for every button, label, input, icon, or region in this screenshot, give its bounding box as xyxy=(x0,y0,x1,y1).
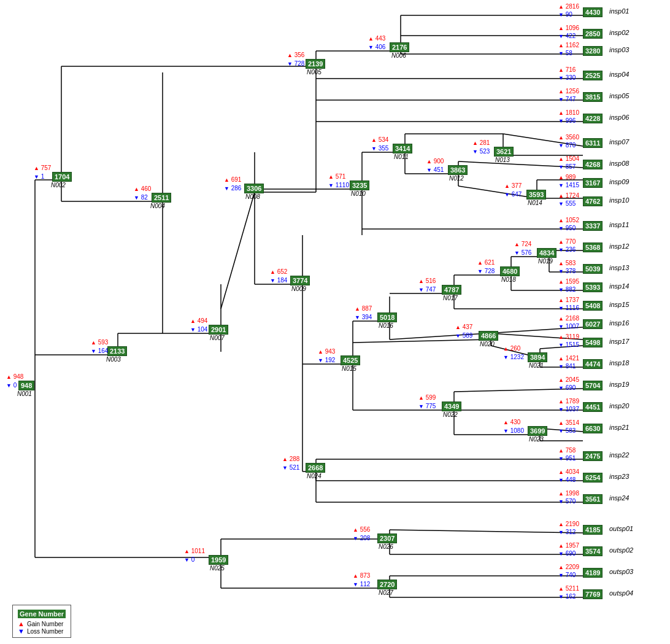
gain-insp11: ▲ 1052 xyxy=(558,217,579,223)
gain-N005: ▲ 356 xyxy=(287,52,304,58)
node-N022: 4349 xyxy=(442,402,461,411)
label-N009: N009 xyxy=(291,285,306,292)
gain-insp23: ▲ 4034 xyxy=(558,468,579,475)
node-N011: 3414 xyxy=(393,144,412,153)
gain-insp10: ▲ 1724 xyxy=(558,192,579,199)
node-N019: 4834 xyxy=(537,248,556,258)
gain-outsp03: ▲ 2209 xyxy=(558,564,579,570)
leaf-outsp02-box: 3574 xyxy=(583,546,603,556)
gain-N023: ▲ 430 xyxy=(503,419,520,425)
gain-N001: ▲ 948 xyxy=(6,373,23,380)
svg-line-105 xyxy=(390,530,583,533)
loss-N018: ▼ 728 xyxy=(477,268,495,274)
gain-insp04: ▲ 716 xyxy=(558,66,576,73)
leaf-insp06-box: 4228 xyxy=(583,114,603,123)
loss-N016: ▼ 394 xyxy=(355,314,372,320)
label-N003: N003 xyxy=(106,356,121,363)
loss-insp06: ▼ 996 xyxy=(558,117,576,124)
loss-insp13: ▼ 378 xyxy=(558,268,576,274)
label-N025: N025 xyxy=(210,565,225,572)
label-N011: N011 xyxy=(394,153,409,160)
gain-insp20: ▲ 1789 xyxy=(558,398,579,405)
tree-canvas: 948 N001 ▲ 948 ▼ 0 1704 N002 ▲ 757 ▼ 1 2… xyxy=(0,0,670,644)
gain-N004: ▲ 460 xyxy=(134,185,151,192)
node-N004: 2511 xyxy=(152,193,171,203)
leaf-insp11-box: 3337 xyxy=(583,221,603,231)
gain-N024: ▲ 288 xyxy=(282,456,299,462)
loss-N005: ▼ 728 xyxy=(287,60,304,67)
gain-outsp01: ▲ 2190 xyxy=(558,521,579,527)
label-N020: N020 xyxy=(480,341,495,347)
gain-insp08: ▲ 1504 xyxy=(558,155,579,162)
label-N005: N005 xyxy=(307,69,322,76)
gain-N017: ▲ 516 xyxy=(418,277,436,284)
loss-N024: ▼ 521 xyxy=(282,464,299,471)
gain-insp22: ▲ 758 xyxy=(558,447,576,454)
loss-insp10: ▼ 555 xyxy=(558,200,576,207)
label-N010: N010 xyxy=(351,190,366,197)
node-N017: 4787 xyxy=(442,285,461,295)
gain-outsp04: ▲ 5211 xyxy=(558,585,579,592)
leaf-insp13-box: 5039 xyxy=(583,264,603,274)
leaf-insp01: insp01 xyxy=(609,7,629,15)
node-N015: 4525 xyxy=(341,355,360,365)
loss-N009: ▼ 184 xyxy=(270,277,287,284)
loss-N017: ▼ 747 xyxy=(418,286,436,293)
gain-N009: ▲ 652 xyxy=(270,268,287,275)
loss-outsp03: ▼ 740 xyxy=(558,572,576,578)
node-N003: 2133 xyxy=(107,346,127,356)
legend-gene-number: Gene Number xyxy=(18,610,66,618)
loss-N012: ▼ 451 xyxy=(426,166,444,173)
label-N022: N022 xyxy=(443,411,458,418)
loss-N003: ▼ 164 xyxy=(91,347,108,354)
gain-N003: ▲ 593 xyxy=(91,339,108,346)
leaf-insp04-box: 2525 xyxy=(583,71,603,80)
loss-insp24: ▼ 570 xyxy=(558,498,576,505)
gain-insp15: ▲ 1737 xyxy=(558,297,579,303)
leaf-insp03-box: 3280 xyxy=(583,46,603,56)
leaf-insp22: insp22 xyxy=(609,451,629,459)
leaf-insp07-box: 6311 xyxy=(583,138,603,148)
node-N016: 5018 xyxy=(377,312,397,322)
gain-N016: ▲ 887 xyxy=(355,305,372,312)
loss-N014: ▼ 647 xyxy=(504,191,522,198)
node-N024: 2668 xyxy=(306,463,325,473)
loss-N025: ▼ 0 xyxy=(184,556,194,563)
leaf-insp02-box: 2850 xyxy=(583,29,603,39)
label-N008: N008 xyxy=(245,193,260,200)
loss-N019: ▼ 576 xyxy=(514,249,531,256)
gain-insp03: ▲ 1162 xyxy=(558,42,579,48)
leaf-insp24: insp24 xyxy=(609,494,629,502)
label-N002: N002 xyxy=(51,182,66,188)
loss-N010: ▼ 1110 xyxy=(328,182,349,188)
leaf-insp07: insp07 xyxy=(609,138,629,145)
leaf-insp16: insp16 xyxy=(609,319,629,327)
gain-insp02: ▲ 1096 xyxy=(558,25,579,31)
loss-insp03: ▼ 58 xyxy=(558,50,572,56)
leaf-insp19: insp19 xyxy=(609,381,629,388)
gain-insp14: ▲ 1595 xyxy=(558,278,579,285)
gain-insp21: ▲ 3514 xyxy=(558,419,579,426)
leaf-insp23-box: 6254 xyxy=(583,473,603,483)
leaf-insp09: insp09 xyxy=(609,178,629,185)
gain-insp06: ▲ 1810 xyxy=(558,109,579,116)
loss-N023: ▼ 1080 xyxy=(503,427,524,434)
leaf-insp19-box: 5704 xyxy=(583,381,603,390)
leaf-insp21: insp21 xyxy=(609,424,629,431)
legend-loss-label: Loss Number xyxy=(27,628,63,635)
leaf-insp02: insp02 xyxy=(609,29,629,36)
gain-N026: ▲ 556 xyxy=(353,526,370,533)
leaf-outsp03-box: 4189 xyxy=(583,568,603,578)
leaf-insp24-box: 3561 xyxy=(583,494,603,504)
gain-N007: ▲ 494 xyxy=(190,317,207,324)
leaf-insp12-box: 5368 xyxy=(583,242,603,252)
leaf-insp10-box: 4762 xyxy=(583,196,603,206)
leaf-insp15-box: 5408 xyxy=(583,301,603,311)
svg-line-67 xyxy=(353,339,491,343)
gain-insp17: ▲ 3119 xyxy=(558,333,579,340)
loss-insp08: ▼ 857 xyxy=(558,163,576,170)
loss-outsp02: ▼ 690 xyxy=(558,550,576,557)
loss-outsp01: ▼ 312 xyxy=(558,529,576,535)
leaf-insp14: insp14 xyxy=(609,282,629,290)
label-N018: N018 xyxy=(501,276,516,283)
